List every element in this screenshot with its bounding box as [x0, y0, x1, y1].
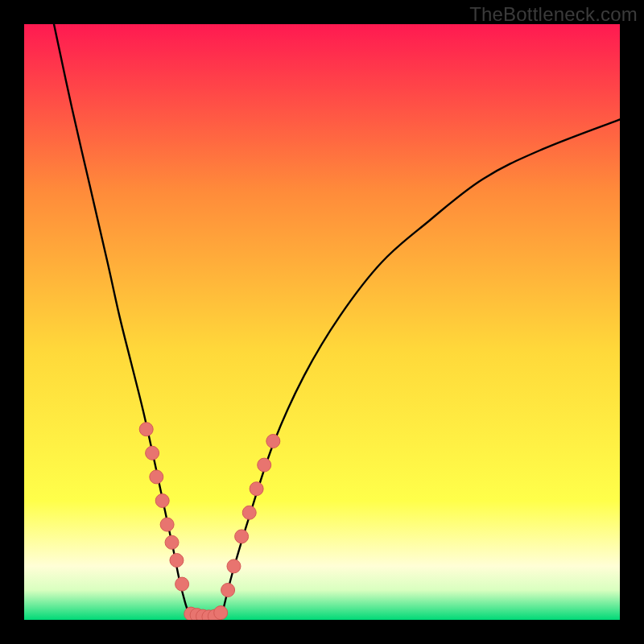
- data-dot: [250, 482, 263, 496]
- data-dot: [227, 559, 241, 573]
- data-dot: [160, 518, 174, 531]
- data-dot: [214, 606, 228, 620]
- data-dot: [139, 423, 153, 436]
- data-dot: [221, 584, 235, 597]
- watermark-text: TheBottleneck.com: [469, 3, 638, 26]
- data-dot: [170, 554, 184, 568]
- chart-svg: [24, 24, 620, 620]
- data-dot: [146, 446, 159, 460]
- data-dot: [235, 530, 249, 543]
- plot-area: [24, 24, 620, 620]
- data-dot: [266, 435, 280, 448]
- data-dot: [155, 494, 169, 508]
- data-dot: [165, 535, 179, 549]
- chart-frame: TheBottleneck.com: [0, 0, 644, 644]
- data-dot: [150, 470, 163, 484]
- gradient-background: [24, 24, 620, 620]
- data-dot: [258, 458, 271, 472]
- data-dot: [175, 577, 189, 591]
- data-dot: [242, 506, 256, 519]
